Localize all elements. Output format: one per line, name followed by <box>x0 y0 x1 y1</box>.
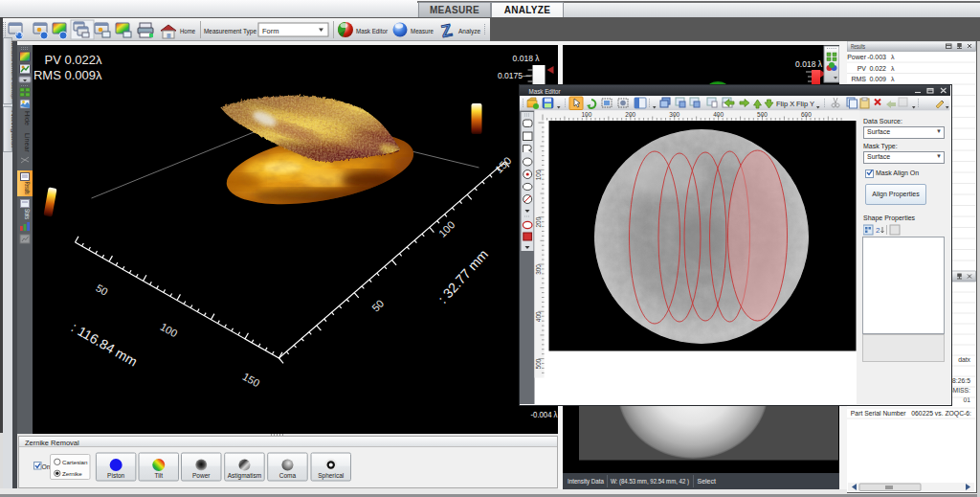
svg-text:100: 100 <box>158 321 179 340</box>
svg-text:Measure: Measure <box>411 27 434 35</box>
svg-text:400: 400 <box>713 111 724 118</box>
svg-text:Hide: Hide <box>24 111 31 125</box>
svg-text:Results: Results <box>851 43 866 50</box>
svg-text:RMS: RMS <box>851 76 866 82</box>
svg-text:Power: Power <box>192 472 211 479</box>
svg-text:0.018 λ: 0.018 λ <box>512 54 540 63</box>
svg-text:Zernike: Zernike <box>62 470 82 477</box>
svg-text:Power: Power <box>847 54 867 60</box>
svg-text:600: 600 <box>801 111 812 118</box>
svg-text:Home: Home <box>180 27 195 35</box>
svg-text:Stats: Stats <box>24 209 31 219</box>
svg-text:Intensity Data: Intensity Data <box>568 478 604 486</box>
svg-text:500: 500 <box>757 111 768 118</box>
svg-text:Tilt: Tilt <box>155 472 164 479</box>
svg-text:0.022: 0.022 <box>869 65 886 72</box>
svg-text:Piston: Piston <box>107 472 124 479</box>
svg-text:400: 400 <box>535 311 542 322</box>
svg-text:200: 200 <box>535 216 542 227</box>
svg-text:Flip Y: Flip Y <box>796 100 814 108</box>
svg-text:Results: Results <box>24 182 31 194</box>
svg-text:0.009: 0.009 <box>869 76 886 82</box>
svg-text:Mask Editor: Mask Editor <box>356 27 388 35</box>
svg-text:Spherical: Spherical <box>318 472 345 480</box>
svg-text:-0.003: -0.003 <box>867 54 886 60</box>
svg-text:Navigator: Navigator <box>11 110 12 148</box>
svg-text:: 32.77 mm: : 32.77 mm <box>434 246 491 306</box>
svg-text:λ: λ <box>891 76 895 82</box>
svg-text:On: On <box>42 463 51 470</box>
svg-text:Flip X: Flip X <box>776 100 794 108</box>
svg-text:Z: Z <box>439 20 454 41</box>
svg-text:150: 150 <box>492 154 512 174</box>
svg-text:08:26:5: 08:26:5 <box>948 377 970 384</box>
svg-text:Measurement Setup: Measurement Setup <box>11 41 12 100</box>
svg-text:W: (84.53 mm, 92.54 mm, 42 ): W: (84.53 mm, 92.54 mm, 42 ) <box>611 478 689 486</box>
svg-text:PV: PV <box>858 65 867 72</box>
svg-text:300: 300 <box>669 111 679 118</box>
svg-text:Astigmatism: Astigmatism <box>228 472 261 480</box>
svg-text:100: 100 <box>435 218 456 238</box>
svg-text:λ: λ <box>891 54 895 60</box>
svg-text:RMS 0.009λ: RMS 0.009λ <box>33 68 101 82</box>
svg-text:Coma: Coma <box>279 472 297 479</box>
svg-text:100: 100 <box>535 169 542 180</box>
svg-text:150: 150 <box>240 371 261 390</box>
svg-text:50: 50 <box>369 298 386 314</box>
svg-text:Cartesian: Cartesian <box>62 459 88 465</box>
svg-text:500: 500 <box>535 358 542 369</box>
svg-text:200: 200 <box>625 111 635 118</box>
svg-text:0.018 λ: 0.018 λ <box>795 59 823 69</box>
svg-text:datx: datx <box>958 356 970 363</box>
svg-text:Part Serial Number 060225 vs: Part Serial Number 060225 vs. ZOQC-6: <box>851 410 971 418</box>
svg-text:Form: Form <box>262 27 279 35</box>
svg-text:: 116.84 mm: : 116.84 mm <box>68 320 139 370</box>
svg-text:Measurement Type: Measurement Type <box>204 27 256 35</box>
svg-text:Select: Select <box>698 478 717 485</box>
svg-text:λ: λ <box>891 65 895 72</box>
svg-text:300: 300 <box>535 264 542 275</box>
svg-text:-0.004 λ: -0.004 λ <box>530 410 558 419</box>
svg-text:50: 50 <box>94 282 110 298</box>
svg-text:Linear: Linear <box>24 133 31 153</box>
svg-text:PV 0.022λ: PV 0.022λ <box>44 53 101 67</box>
svg-text:100: 100 <box>581 111 591 118</box>
svg-text:Analyze: Analyze <box>458 27 480 35</box>
